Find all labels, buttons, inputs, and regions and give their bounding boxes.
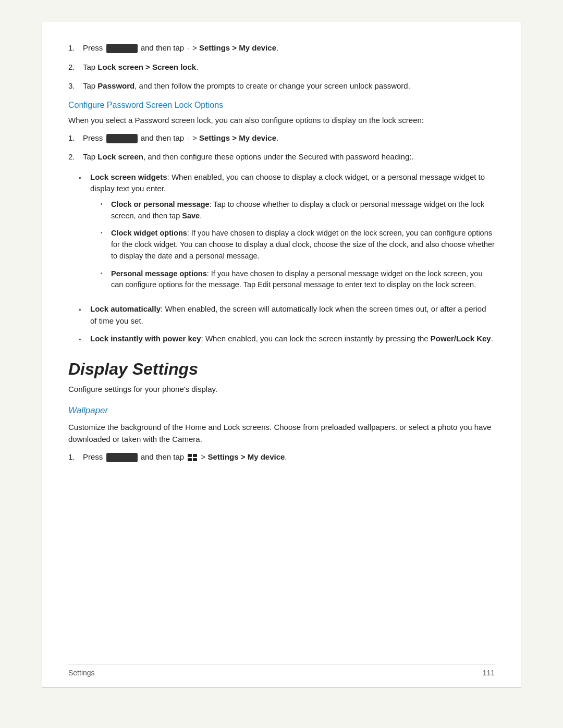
footer-left: Settings — [68, 669, 95, 677]
sub-bullet-content: Clock widget options: If you have chosen… — [111, 228, 495, 262]
configure-numbered-list: 1. Press and then tap · > Settings > My … — [68, 132, 495, 163]
bullet-circle-icon: • — [101, 229, 107, 237]
footer-right: 111 — [483, 669, 495, 677]
footer: Settings 111 — [68, 664, 495, 677]
list-item: 3. Tap Password, and then follow the pro… — [68, 80, 495, 92]
list-num: 3. — [68, 80, 83, 92]
top-numbered-list: 1. Press and then tap · > Settings > My … — [68, 42, 495, 92]
bullet-square-icon: ▪ — [79, 305, 86, 314]
svg-rect-0 — [188, 454, 192, 457]
list-item: ▪ Lock instantly with power key: When en… — [79, 333, 495, 345]
wallpaper-heading: Wallpaper — [68, 405, 495, 416]
list-item: 2. Tap Lock screen, and then configure t… — [68, 151, 495, 163]
list-num: 2. — [68, 61, 83, 73]
bullet-circle-icon: • — [101, 200, 107, 208]
list-item: • Clock or personal message: Tap to choo… — [101, 199, 495, 222]
sub-bullet-content: Personal message options: If you have ch… — [111, 268, 495, 291]
main-bullet-list: ▪ Lock screen widgets: When enabled, you… — [79, 171, 495, 345]
list-content: Press and then tap · > Settings > My dev… — [83, 132, 495, 144]
configure-intro: When you select a Password screen lock, … — [68, 114, 495, 126]
wallpaper-numbered-list: 1. Press and then tap > Settings > My de… — [68, 451, 495, 463]
bullet-content: Lock instantly with power key: When enab… — [90, 333, 493, 345]
list-item: 1. Press and then tap · > Settings > My … — [68, 42, 495, 54]
list-content: Press and then tap > Settings > My devic… — [83, 451, 495, 463]
grid-icon — [187, 453, 198, 462]
svg-rect-3 — [193, 458, 197, 461]
display-settings-intro: Configure settings for your phone's disp… — [68, 383, 495, 395]
wallpaper-intro: Customize the background of the Home and… — [68, 421, 495, 446]
list-num: 1. — [68, 132, 83, 144]
svg-rect-2 — [188, 458, 192, 461]
list-num: 2. — [68, 151, 83, 163]
bullet-circle-icon: • — [101, 269, 107, 277]
list-item: 1. Press and then tap > Settings > My de… — [68, 451, 495, 463]
bullet-square-icon: ▪ — [79, 335, 86, 344]
button-placeholder — [106, 453, 138, 462]
list-num: 1. — [68, 42, 83, 54]
list-content: Tap Password, and then follow the prompt… — [83, 80, 495, 92]
configure-heading: Configure Password Screen Lock Options — [68, 101, 495, 110]
list-item: ▪ Lock screen widgets: When enabled, you… — [79, 171, 495, 297]
bullet-content: Lock automatically: When enabled, the sc… — [90, 303, 495, 327]
page-container: 1. Press and then tap · > Settings > My … — [0, 0, 563, 728]
list-content: Tap Lock screen, and then configure thes… — [83, 151, 495, 163]
list-item: • Personal message options: If you have … — [101, 268, 495, 291]
svg-rect-1 — [193, 454, 197, 457]
button-placeholder — [106, 44, 138, 53]
bullet-content: Lock screen widgets: When enabled, you c… — [90, 171, 495, 297]
content-area: 1. Press and then tap · > Settings > My … — [42, 21, 521, 688]
button-placeholder — [106, 134, 138, 143]
list-content: Tap Lock screen > Screen lock. — [83, 61, 495, 73]
list-item: 1. Press and then tap · > Settings > My … — [68, 132, 495, 144]
list-item: 2. Tap Lock screen > Screen lock. — [68, 61, 495, 73]
list-item: ▪ Lock automatically: When enabled, the … — [79, 303, 495, 327]
list-content: Press and then tap · > Settings > My dev… — [83, 42, 495, 54]
sub-bullet-list: • Clock or personal message: Tap to choo… — [101, 199, 495, 291]
list-item: • Clock widget options: If you have chos… — [101, 228, 495, 262]
display-settings-heading: Display Settings — [68, 360, 495, 379]
bullet-square-icon: ▪ — [79, 173, 86, 182]
sub-bullet-content: Clock or personal message: Tap to choose… — [111, 199, 495, 222]
list-num: 1. — [68, 451, 83, 463]
